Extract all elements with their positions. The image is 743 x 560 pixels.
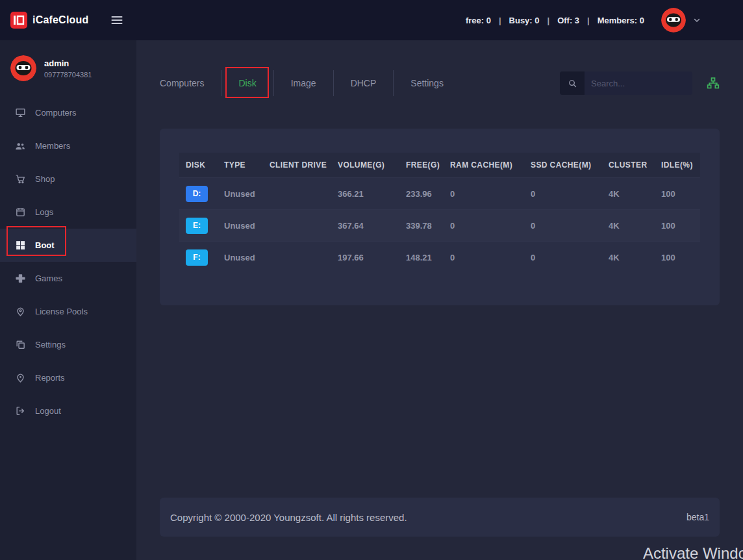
sidebar-item-license-pools[interactable]: License Pools <box>0 295 136 328</box>
sidebar-item-label: Logout <box>35 406 61 416</box>
sidebar-item-shop[interactable]: Shop <box>0 162 136 196</box>
disk-badge: F: <box>186 249 208 266</box>
sidebar-item-logs[interactable]: Logs <box>0 196 136 229</box>
cell-ssd_cache: 0 <box>524 178 602 209</box>
sidebar-avatar <box>10 55 36 81</box>
disk-table-card: DISKTYPECLIENT DRIVEVOLUME(G)FREE(G)RAM … <box>160 129 720 305</box>
toolbar-right <box>560 71 720 95</box>
toolbar: ComputersDiskImageDHCPSettings <box>160 69 720 97</box>
table-row[interactable]: E:Unused367.64339.78004K100 <box>179 209 700 241</box>
footer: Copyright © 2000-2020 Youngzsoft. All ri… <box>160 498 720 537</box>
sidebar-item-label: License Pools <box>35 307 88 316</box>
sidebar-item-boot[interactable]: Boot <box>0 229 136 262</box>
cell-ssd_cache: 0 <box>524 210 602 241</box>
cell-client_drive <box>263 210 331 241</box>
activate-windows-watermark: Activate Windo <box>643 544 743 560</box>
tab-image[interactable]: Image <box>274 70 334 96</box>
column-header-free-g: FREE(G) <box>399 153 444 177</box>
disk-badge: D: <box>186 186 208 202</box>
column-header-cluster: CLUSTER <box>602 153 655 177</box>
sidebar-item-label: Games <box>35 274 62 283</box>
main-content: ComputersDiskImageDHCPSettings DISKTYPEC… <box>136 40 743 560</box>
cell-disk: E: <box>179 210 218 241</box>
brand-text: iCafeCloud <box>32 14 88 26</box>
sidebar-item-reports[interactable]: Reports <box>0 361 136 394</box>
dpad-icon <box>14 273 26 285</box>
footer-copyright: Copyright © 2000-2020 Youngzsoft. All ri… <box>170 512 407 523</box>
sidebar-item-label: Shop <box>35 174 55 184</box>
cell-volume: 366.21 <box>331 178 399 209</box>
table-row[interactable]: F:Unused197.66148.21004K100 <box>179 241 700 273</box>
cell-cluster: 4K <box>602 178 655 209</box>
footer-version: beta1 <box>686 512 709 522</box>
sidebar-nav: ComputersMembersShopLogsBootGamesLicense… <box>0 96 136 427</box>
cell-type: Unused <box>218 210 263 241</box>
cell-idle: 100 <box>655 242 700 273</box>
cell-type: Unused <box>218 178 263 209</box>
sidebar-item-computers[interactable]: Computers <box>0 96 136 129</box>
user-avatar <box>661 8 686 32</box>
stat-busy: Busy: 0 <box>509 16 540 25</box>
calendar-icon <box>14 207 26 218</box>
table-row[interactable]: D:Unused366.21233.96004K100 <box>179 177 700 209</box>
brand-area: iCafeCloud <box>0 0 136 40</box>
cell-type: Unused <box>218 242 263 273</box>
search-icon[interactable] <box>560 71 585 95</box>
stat-free: free: 0 <box>466 16 491 25</box>
sidebar-item-members[interactable]: Members <box>0 129 136 162</box>
topbar: iCafeCloud free: 0|Busy: 0|Off: 3|Member… <box>0 0 743 40</box>
table-header-row: DISKTYPECLIENT DRIVEVOLUME(G)FREE(G)RAM … <box>179 153 700 177</box>
topbar-stats: free: 0|Busy: 0|Off: 3|Members: 0 <box>466 16 644 25</box>
cell-free: 233.96 <box>399 178 444 209</box>
cell-free: 339.78 <box>399 210 444 241</box>
users-icon <box>14 140 26 152</box>
search-input[interactable] <box>585 71 692 95</box>
copy-icon <box>14 339 26 351</box>
column-header-idle: IDLE(%) <box>655 153 700 177</box>
sidebar-item-label: Logs <box>35 207 53 217</box>
windows-icon <box>14 240 26 251</box>
sidebar-item-label: Computers <box>35 108 77 118</box>
person-pin-icon <box>14 372 26 384</box>
tab-bar: ComputersDiskImageDHCPSettings <box>160 70 460 96</box>
cell-disk: D: <box>179 178 218 209</box>
column-header-client-drive: CLIENT DRIVE <box>263 153 331 177</box>
cell-ssd_cache: 0 <box>524 242 602 273</box>
cell-disk: F: <box>179 242 218 273</box>
sitemap-icon[interactable] <box>707 77 720 90</box>
cell-idle: 100 <box>655 178 700 209</box>
stat-separator: | <box>587 16 590 25</box>
topbar-right: free: 0|Busy: 0|Off: 3|Members: 0 <box>466 8 743 32</box>
cell-client_drive <box>263 242 331 273</box>
column-header-ram-cache-m: RAM CACHE(M) <box>444 153 524 177</box>
logo-icon <box>10 12 27 29</box>
search-box <box>560 71 692 95</box>
cell-cluster: 4K <box>602 210 655 241</box>
sidebar-item-settings[interactable]: Settings <box>0 328 136 361</box>
tab-dhcp[interactable]: DHCP <box>334 70 394 96</box>
hamburger-menu-icon[interactable] <box>110 14 123 27</box>
stat-off: Off: 3 <box>557 16 579 25</box>
app-logo[interactable]: iCafeCloud <box>10 12 88 29</box>
cell-ram_cache: 0 <box>444 178 524 209</box>
tab-disk[interactable]: Disk <box>221 70 273 96</box>
table-body: D:Unused366.21233.96004K100E:Unused367.6… <box>179 177 700 273</box>
cell-ram_cache: 0 <box>444 210 524 241</box>
pin-icon <box>14 306 26 318</box>
cell-cluster: 4K <box>602 242 655 273</box>
sidebar-user-info: admin 097778704381 <box>44 58 92 79</box>
user-name: admin <box>44 58 92 68</box>
sidebar-item-logout[interactable]: Logout <box>0 394 136 427</box>
tab-settings[interactable]: Settings <box>394 70 460 96</box>
user-phone: 097778704381 <box>44 71 92 79</box>
column-header-type: TYPE <box>218 153 263 177</box>
logout-icon <box>14 405 26 417</box>
user-menu[interactable] <box>661 8 701 32</box>
tab-computers[interactable]: Computers <box>160 70 221 96</box>
sidebar-user-block: admin 097778704381 <box>0 40 136 96</box>
cell-ram_cache: 0 <box>444 242 524 273</box>
monitor-icon <box>14 107 26 119</box>
cell-idle: 100 <box>655 210 700 241</box>
sidebar-item-games[interactable]: Games <box>0 262 136 295</box>
column-header-ssd-cache-m: SSD CACHE(M) <box>524 153 602 177</box>
